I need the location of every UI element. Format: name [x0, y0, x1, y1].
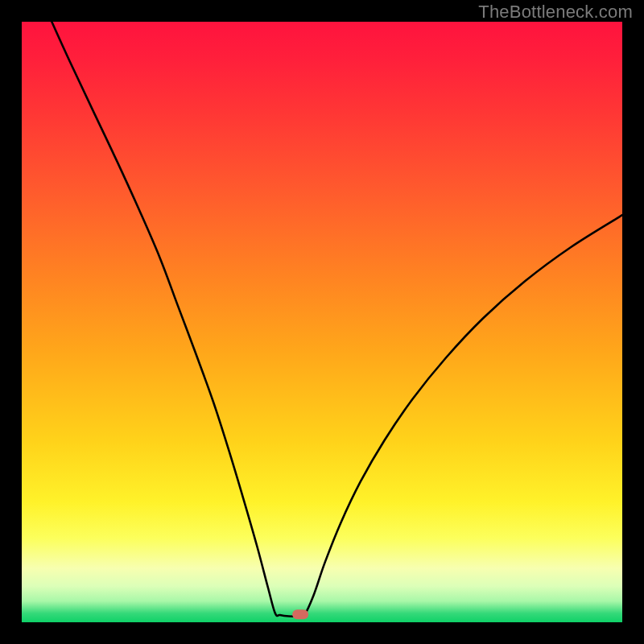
plot-area: [22, 22, 622, 622]
optimum-marker: [292, 609, 308, 619]
chart-frame: TheBottleneck.com: [0, 0, 644, 644]
curve-path: [52, 22, 622, 617]
watermark-text: TheBottleneck.com: [478, 2, 633, 23]
bottleneck-curve: [22, 22, 622, 622]
